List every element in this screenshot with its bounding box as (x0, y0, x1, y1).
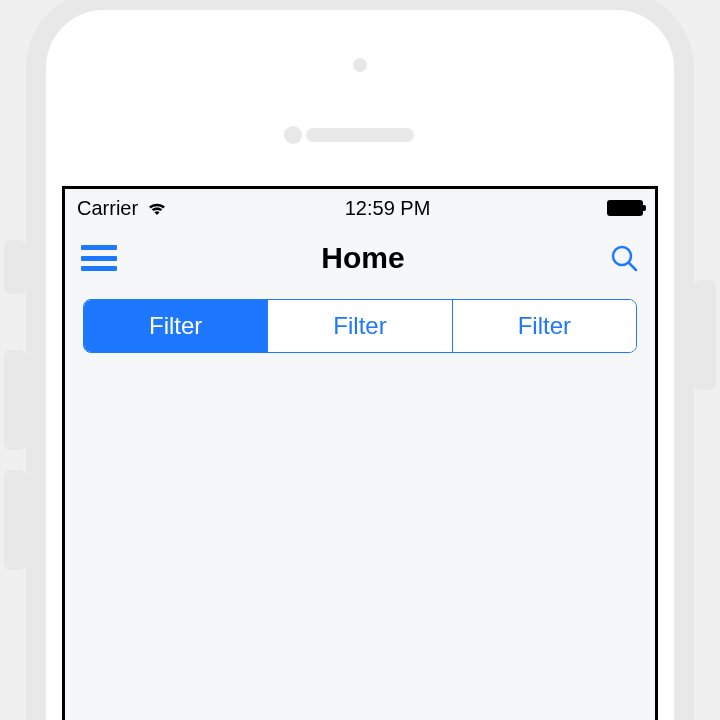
hamburger-icon (81, 256, 117, 261)
status-left: Carrier (77, 197, 168, 220)
status-right (607, 200, 643, 216)
status-bar: Carrier 12:59 PM (65, 189, 655, 227)
hamburger-icon (81, 245, 117, 250)
device-sensor (284, 126, 302, 144)
segment-filter-3[interactable]: Filter (453, 300, 636, 352)
search-button[interactable] (609, 243, 639, 273)
page-title: Home (321, 241, 404, 275)
search-icon (609, 243, 639, 273)
device-camera (353, 58, 367, 72)
segment-label: Filter (333, 312, 386, 340)
device-mute-switch (4, 240, 26, 294)
segment-filter-2[interactable]: Filter (268, 300, 452, 352)
status-time: 12:59 PM (345, 197, 431, 220)
nav-bar: Home (65, 227, 655, 289)
battery-icon (607, 200, 643, 216)
segment-label: Filter (518, 312, 571, 340)
device-speaker (306, 128, 414, 142)
device-volume-down (4, 470, 26, 570)
phone-screen: Carrier 12:59 PM Home (62, 186, 658, 720)
device-power-button (694, 280, 716, 390)
device-volume-up (4, 350, 26, 450)
battery-fill (609, 202, 641, 214)
carrier-label: Carrier (77, 197, 138, 220)
segmented-control: Filter Filter Filter (83, 299, 637, 353)
svg-line-1 (629, 263, 636, 270)
segment-label: Filter (149, 312, 202, 340)
segment-filter-1[interactable]: Filter (84, 300, 268, 352)
hamburger-icon (81, 266, 117, 271)
menu-button[interactable] (81, 245, 117, 271)
wifi-icon (146, 199, 168, 217)
